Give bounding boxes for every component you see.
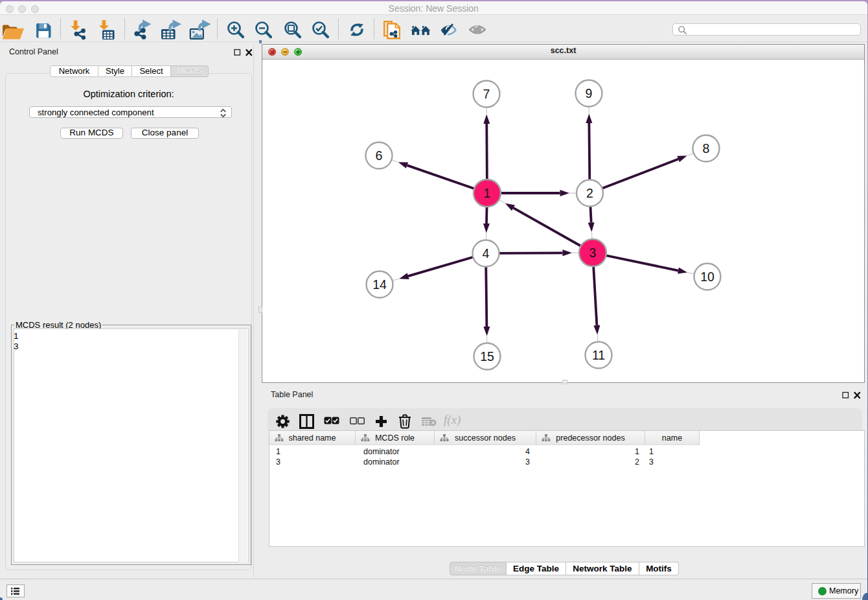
svg-text:10: 10 [700, 270, 714, 284]
svg-text:14: 14 [372, 277, 387, 292]
svg-text:15: 15 [480, 349, 494, 363]
svg-text:7: 7 [483, 87, 490, 101]
svg-text:9: 9 [586, 86, 593, 100]
svg-text:3: 3 [589, 246, 597, 260]
svg-text:2: 2 [586, 186, 593, 200]
svg-text:8: 8 [703, 141, 710, 156]
svg-text:4: 4 [483, 246, 490, 260]
svg-text:11: 11 [592, 348, 605, 362]
svg-text:6: 6 [376, 148, 383, 163]
svg-text:1: 1 [484, 186, 491, 200]
